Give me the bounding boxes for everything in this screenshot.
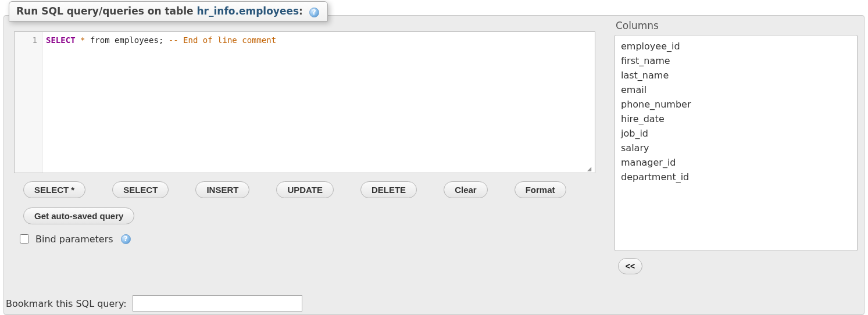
title-prefix: Run SQL query/queries on table (16, 5, 197, 17)
editor-code-area[interactable]: SELECT * from employees; -- End of line … (42, 32, 595, 173)
panel-title: Run SQL query/queries on table hr_info.e… (16, 5, 306, 17)
columns-listbox[interactable]: employee_id first_name last_name email p… (615, 35, 858, 251)
token-star: * (80, 35, 85, 45)
select-button[interactable]: SELECT (112, 181, 169, 198)
column-item[interactable]: phone_number (621, 97, 851, 112)
token-table: employees (115, 35, 159, 45)
editor-gutter: 1 (15, 32, 42, 173)
bind-parameters-row: Bind parameters ? (17, 232, 595, 245)
token-semi: ; (159, 35, 163, 45)
column-item[interactable]: last_name (621, 68, 851, 83)
bookmark-input[interactable] (133, 295, 302, 312)
insert-column-row: << (618, 258, 859, 274)
update-button[interactable]: UPDATE (276, 181, 334, 198)
column-item[interactable]: email (621, 83, 851, 97)
column-item[interactable]: manager_id (621, 155, 851, 170)
clear-button[interactable]: Clear (444, 181, 488, 198)
resize-grip-icon[interactable]: ◢ (587, 165, 594, 172)
token-keyword: SELECT (46, 35, 76, 45)
get-auto-saved-button[interactable]: Get auto-saved query (23, 207, 134, 224)
column-item[interactable]: hire_date (621, 112, 851, 126)
column-item[interactable]: department_id (621, 170, 851, 184)
auto-saved-row: Get auto-saved query (23, 207, 595, 224)
query-template-buttons: SELECT * SELECT INSERT UPDATE DELETE Cle… (23, 181, 595, 198)
column-item[interactable]: salary (621, 141, 851, 155)
columns-panel: Columns employee_id first_name last_name… (609, 15, 865, 315)
token-comment: -- End of line comment (169, 35, 276, 45)
help-icon[interactable]: ? (121, 234, 131, 244)
column-item[interactable]: job_id (621, 126, 851, 141)
sql-editor[interactable]: 1 SELECT * from employees; -- End of lin… (14, 31, 595, 173)
insert-button[interactable]: INSERT (195, 181, 249, 198)
sql-query-panel: Run SQL query/queries on table hr_info.e… (0, 0, 868, 315)
select-star-button[interactable]: SELECT * (23, 181, 85, 198)
help-icon[interactable]: ? (309, 8, 319, 17)
bookmark-row: Bookmark this SQL query: (3, 295, 302, 312)
bind-parameters-label: Bind parameters (35, 234, 113, 245)
column-item[interactable]: first_name (621, 53, 851, 68)
column-item[interactable]: employee_id (621, 39, 851, 53)
columns-title: Columns (616, 20, 859, 31)
delete-button[interactable]: DELETE (360, 181, 417, 198)
left-area: 1 SELECT * from employees; -- End of lin… (3, 15, 602, 315)
table-name: hr_info.employees (197, 5, 299, 17)
format-button[interactable]: Format (515, 181, 566, 198)
panel-header-tab: Run SQL query/queries on table hr_info.e… (9, 1, 328, 22)
insert-column-button[interactable]: << (618, 258, 642, 274)
bookmark-label: Bookmark this SQL query: (6, 298, 127, 309)
line-number: 1 (15, 35, 37, 45)
token-from: from (90, 35, 110, 45)
title-suffix: : (299, 5, 303, 17)
bind-parameters-checkbox[interactable] (20, 234, 29, 244)
